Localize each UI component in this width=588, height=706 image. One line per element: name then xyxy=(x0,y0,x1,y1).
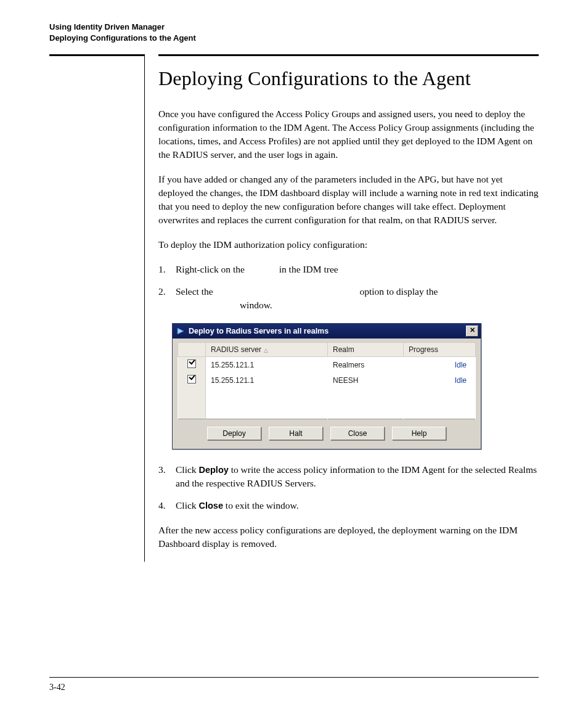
col-progress[interactable]: Progress xyxy=(403,343,475,357)
section-rule-right xyxy=(158,54,539,56)
deploy-button[interactable]: Deploy xyxy=(207,427,261,440)
cell-progress: Idle xyxy=(403,357,475,373)
section-rule-left xyxy=(49,54,144,56)
dialog-titlebar: Deploy to Radius Servers in all realms ✕ xyxy=(173,324,481,339)
page-number: 3-42 xyxy=(49,683,65,692)
intro-paragraph-1: Once you have configured the Access Poli… xyxy=(158,107,539,162)
cell-server: 15.255.121.1 xyxy=(206,357,328,373)
step-number: 3. xyxy=(158,463,176,490)
halt-button[interactable]: Halt xyxy=(269,427,323,440)
step-1: 1. Right-click on the in the IDM tree xyxy=(158,263,539,276)
close-label-bold: Close xyxy=(198,501,223,511)
step-3: 3. Click Deploy to write the access poli… xyxy=(158,463,539,490)
row-checkbox[interactable] xyxy=(187,375,196,384)
cell-progress: Idle xyxy=(403,372,475,388)
intro-paragraph-2: If you have added or changed any of the … xyxy=(158,173,539,227)
step-number: 2. xyxy=(158,285,176,312)
procedure-list-cont: 3. Click Deploy to write the access poli… xyxy=(158,463,539,512)
row-checkbox[interactable] xyxy=(187,359,196,368)
closing-paragraph: After the new access policy configuratio… xyxy=(158,523,539,551)
page-title: Deploying Configurations to the Agent xyxy=(158,67,539,90)
dialog-close-button[interactable]: ✕ xyxy=(466,326,478,337)
step-4: 4. Click Close to exit the window. xyxy=(158,499,539,512)
step-number: 4. xyxy=(158,499,176,512)
table-row-empty xyxy=(178,388,476,419)
step-number: 1. xyxy=(158,263,176,276)
steps-lead: To deploy the IDM authorization policy c… xyxy=(158,238,539,252)
deploy-dialog: Deploy to Radius Servers in all realms ✕… xyxy=(172,323,481,449)
dialog-title-text: Deploy to Radius Servers in all realms xyxy=(189,327,329,335)
deploy-label-bold: Deploy xyxy=(198,465,228,475)
svg-marker-0 xyxy=(178,328,184,334)
table-body: 15.255.121.1 Realmers Idle 15.255.121.1 … xyxy=(178,357,476,419)
radius-servers-table: RADIUS server△ Realm Progress 15.255.121… xyxy=(178,342,476,419)
footer-rule xyxy=(49,677,539,678)
header-line-1: Using Identity Driven Manager xyxy=(49,22,539,33)
procedure-list: 1. Right-click on the in the IDM tree 2.… xyxy=(158,263,539,312)
cell-realm: NEESH xyxy=(327,372,403,388)
table-row[interactable]: 15.255.121.1 NEESH Idle xyxy=(178,372,476,388)
col-checkbox[interactable] xyxy=(178,343,206,357)
running-header: Using Identity Driven Manager Deploying … xyxy=(49,22,539,43)
step-2: 2. Select the option to display the wind… xyxy=(158,285,539,312)
dialog-button-row: Deploy Halt Close Help xyxy=(178,419,476,443)
col-radius-server[interactable]: RADIUS server△ xyxy=(206,343,328,357)
help-button[interactable]: Help xyxy=(392,427,446,440)
cell-realm: Realmers xyxy=(327,357,403,373)
sort-asc-icon: △ xyxy=(264,347,268,353)
deploy-icon xyxy=(176,327,185,335)
header-line-2: Deploying Configurations to the Agent xyxy=(49,33,539,44)
cell-server: 15.255.121.1 xyxy=(206,372,328,388)
close-button[interactable]: Close xyxy=(330,427,385,440)
table-row[interactable]: 15.255.121.1 Realmers Idle xyxy=(178,357,476,373)
col-realm[interactable]: Realm xyxy=(327,343,403,357)
